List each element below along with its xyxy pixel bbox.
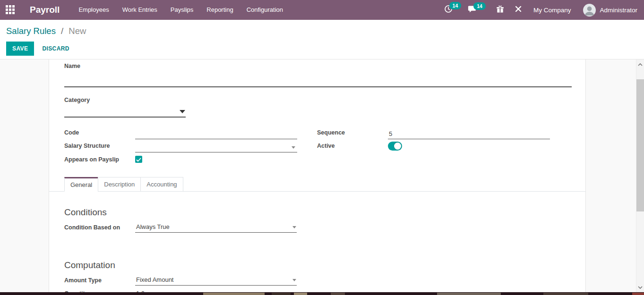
taskbar-fragment xyxy=(632,293,644,295)
nav-item-configuration[interactable]: Configuration xyxy=(240,0,290,20)
taskbar-fragment xyxy=(437,293,501,295)
scroll-down-arrow-icon[interactable] xyxy=(636,284,644,291)
category-label: Category xyxy=(64,97,90,103)
save-button[interactable]: SAVE xyxy=(6,42,34,56)
condition-caret-icon[interactable] xyxy=(292,226,296,228)
tools-icon xyxy=(515,5,522,15)
breadcrumb-separator: / xyxy=(61,26,63,36)
control-panel: Salary Rules / New SAVE DISCARD xyxy=(0,20,644,59)
user-menu[interactable]: Administrator xyxy=(583,4,637,17)
taskbar-fragment xyxy=(203,293,265,295)
app-title[interactable]: Payroll xyxy=(30,5,60,15)
top-navbar: Payroll Employees Work Entries Payslips … xyxy=(0,0,644,20)
tools-button[interactable] xyxy=(515,5,522,15)
sequence-input[interactable]: 5 xyxy=(388,129,550,139)
tab-description[interactable]: Description xyxy=(98,177,141,192)
nav-item-work-entries[interactable]: Work Entries xyxy=(116,0,164,20)
appears-on-payslip-label: Appears on Payslip xyxy=(64,156,119,163)
action-buttons: SAVE DISCARD xyxy=(6,42,644,56)
vertical-scrollbar[interactable] xyxy=(636,59,644,295)
form-view: Name Category Code Sequence 5 Salary Str… xyxy=(0,59,644,295)
tab-general[interactable]: General xyxy=(64,177,98,192)
discard-button[interactable]: DISCARD xyxy=(35,42,76,56)
breadcrumb-salary-rules[interactable]: Salary Rules xyxy=(6,26,56,36)
amount-type-caret-icon[interactable] xyxy=(292,279,296,281)
name-label: Name xyxy=(64,63,80,69)
category-input[interactable] xyxy=(64,104,186,118)
conditions-heading: Conditions xyxy=(64,207,107,218)
category-dropdown-caret-icon[interactable] xyxy=(180,110,185,113)
message-count-badge: 14 xyxy=(473,2,486,10)
user-name: Administrator xyxy=(600,7,637,14)
condition-based-on-select[interactable]: Always True xyxy=(135,222,297,233)
apps-menu-button[interactable] xyxy=(6,5,15,15)
condition-based-on-label: Condition Based on xyxy=(64,224,120,231)
nav-item-reporting[interactable]: Reporting xyxy=(200,0,240,20)
activity-count-badge: 14 xyxy=(449,2,462,9)
code-label: Code xyxy=(64,129,79,136)
rewards-button[interactable] xyxy=(496,5,504,15)
amount-type-label: Amount Type xyxy=(64,277,102,284)
taskbar-fragment xyxy=(294,293,307,295)
app-window: Payroll Employees Work Entries Payslips … xyxy=(0,0,644,295)
amount-type-select[interactable]: Fixed Amount xyxy=(135,275,297,286)
active-toggle[interactable] xyxy=(388,142,402,151)
appears-on-payslip-checkbox[interactable] xyxy=(135,156,142,163)
activities-button[interactable]: 14 xyxy=(444,5,462,15)
nav-item-payslips[interactable]: Payslips xyxy=(164,0,200,20)
toggle-knob xyxy=(394,143,401,150)
taskbar-fragment xyxy=(543,293,588,295)
navbar-left: Payroll Employees Work Entries Payslips … xyxy=(6,0,290,20)
background-window-strip xyxy=(0,292,644,295)
breadcrumb: Salary Rules / New xyxy=(6,20,644,36)
nav-item-employees[interactable]: Employees xyxy=(72,0,115,20)
active-label: Active xyxy=(317,143,335,149)
avatar xyxy=(583,4,596,17)
salary-structure-label: Salary Structure xyxy=(64,143,110,149)
main-menu: Employees Work Entries Payslips Reportin… xyxy=(72,0,290,20)
navbar-right: 14 14 xyxy=(438,4,637,17)
tab-accounting[interactable]: Accounting xyxy=(140,177,183,192)
scroll-up-arrow-icon[interactable] xyxy=(636,61,644,68)
company-menu[interactable]: My Company xyxy=(533,7,571,14)
form-sheet: Name Category Code Sequence 5 Salary Str… xyxy=(49,59,586,295)
sequence-label: Sequence xyxy=(317,129,345,136)
messages-button[interactable]: 14 xyxy=(468,5,486,15)
computation-heading: Computation xyxy=(64,260,115,270)
taskbar-fragment xyxy=(272,293,291,295)
apps-grid-icon xyxy=(6,5,8,8)
name-input[interactable] xyxy=(64,72,572,87)
gift-icon xyxy=(496,5,504,15)
salary-structure-caret-icon[interactable] xyxy=(292,146,295,149)
notebook-tabs: General Description Accounting xyxy=(49,177,585,192)
code-input[interactable] xyxy=(135,129,297,139)
scrollbar-thumb[interactable] xyxy=(636,79,644,211)
breadcrumb-current: New xyxy=(69,26,86,36)
salary-structure-input[interactable] xyxy=(135,142,297,152)
taskbar-fragment xyxy=(331,293,345,295)
check-icon xyxy=(136,155,141,164)
